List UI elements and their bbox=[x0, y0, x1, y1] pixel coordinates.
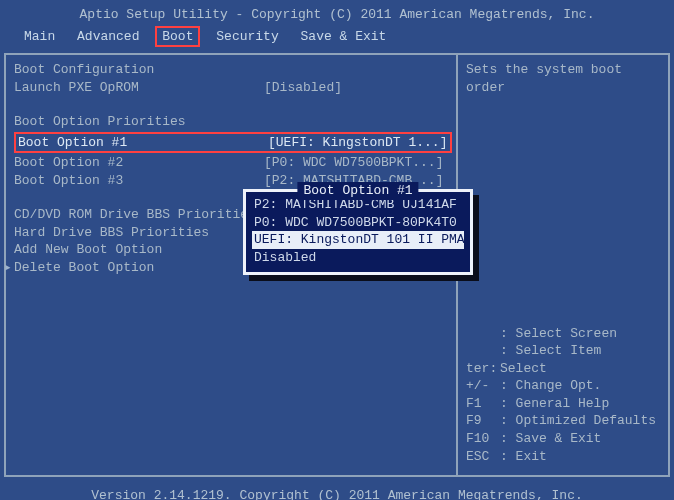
label-boot-option-2: Boot Option #2 bbox=[14, 154, 264, 172]
boot-option-popup[interactable]: Boot Option #1 P2: MATSHITABD-CMB UJ141A… bbox=[243, 189, 473, 275]
utility-title: Aptio Setup Utility - Copyright (C) 2011… bbox=[0, 0, 674, 26]
help-text-6: : Save & Exit bbox=[500, 431, 601, 446]
menu-advanced[interactable]: Advanced bbox=[71, 27, 145, 47]
help-text-7: : Exit bbox=[500, 449, 547, 464]
value-boot-option-2: [P0: WDC WD7500BPKT...] bbox=[264, 154, 443, 172]
value-boot-option-1: [UEFI: KingstonDT 1...] bbox=[268, 134, 447, 152]
menu-boot[interactable]: Boot bbox=[155, 26, 200, 48]
value-launch-pxe: [Disabled] bbox=[264, 79, 342, 97]
section-boot-config: Boot Configuration bbox=[14, 61, 452, 79]
popup-item-3[interactable]: Disabled bbox=[252, 249, 464, 267]
help-text-4: : General Help bbox=[500, 396, 609, 411]
help-key-3: +/- bbox=[466, 377, 500, 395]
help-text-1: : Select Item bbox=[500, 343, 601, 358]
row-boot-option-1[interactable]: Boot Option #1 [UEFI: KingstonDT 1...] bbox=[14, 132, 452, 154]
help-key-5: F9 bbox=[466, 412, 500, 430]
label-launch-pxe: Launch PXE OpROM bbox=[14, 79, 264, 97]
menu-save-exit[interactable]: Save & Exit bbox=[295, 27, 393, 47]
popup-title: Boot Option #1 bbox=[297, 182, 418, 200]
label-delete-boot-option: Delete Boot Option bbox=[14, 260, 154, 275]
popup-item-1[interactable]: P0: WDC WD7500BPKT-80PK4T0 bbox=[252, 214, 464, 232]
help-key-7: ESC bbox=[466, 448, 500, 466]
help-key-6: F10 bbox=[466, 430, 500, 448]
utility-footer: Version 2.14.1219. Copyright (C) 2011 Am… bbox=[0, 477, 674, 500]
menubar: Main Advanced Boot Security Save & Exit bbox=[0, 26, 674, 54]
row-launch-pxe[interactable]: Launch PXE OpROM [Disabled] bbox=[14, 79, 452, 97]
help-key-2: ter: bbox=[466, 360, 500, 378]
right-pane: Sets the system boot order : Select Scre… bbox=[458, 55, 668, 475]
menu-security[interactable]: Security bbox=[210, 27, 284, 47]
row-boot-option-2[interactable]: Boot Option #2 [P0: WDC WD7500BPKT...] bbox=[14, 154, 452, 172]
label-boot-option-3: Boot Option #3 bbox=[14, 172, 264, 190]
section-boot-priorities: Boot Option Priorities bbox=[14, 113, 452, 131]
help-text-5: : Optimized Defaults bbox=[500, 413, 656, 428]
help-text-3: : Change Opt. bbox=[500, 378, 601, 393]
popup-item-2[interactable]: UEFI: KingstonDT 101 II PMAP bbox=[252, 231, 464, 249]
help-description: Sets the system boot order bbox=[466, 61, 660, 96]
help-text-2: Select bbox=[500, 361, 547, 376]
menu-main[interactable]: Main bbox=[18, 27, 61, 47]
label-boot-option-1: Boot Option #1 bbox=[18, 134, 268, 152]
submenu-arrow-icon: ▸ bbox=[4, 259, 12, 277]
help-key-list: : Select Screen : Select Item ter:Select… bbox=[466, 325, 660, 465]
help-key-4: F1 bbox=[466, 395, 500, 413]
help-text-0: : Select Screen bbox=[500, 326, 617, 341]
